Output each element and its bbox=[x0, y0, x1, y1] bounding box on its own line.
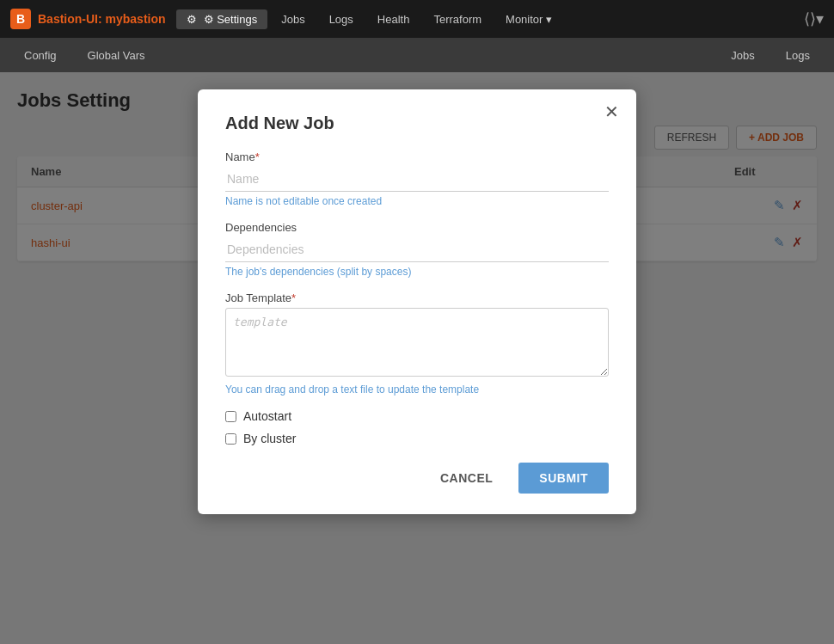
add-job-modal: ✕ Add New Job Name* Name is not editable… bbox=[198, 89, 636, 514]
nav-item-monitor[interactable]: Monitor ▾ bbox=[495, 9, 562, 29]
submit-button[interactable]: SUBMIT bbox=[518, 463, 609, 494]
nav-item-settings[interactable]: ⚙ ⚙ Settings bbox=[176, 9, 268, 29]
nav-item-logs[interactable]: Logs bbox=[319, 9, 364, 29]
nav-item-health[interactable]: Health bbox=[367, 9, 420, 29]
autostart-checkbox-group: Autostart bbox=[225, 409, 609, 423]
job-template-label: Job Template* bbox=[225, 291, 609, 304]
by-cluster-checkbox-group: By cluster bbox=[225, 432, 609, 445]
job-template-field-group: Job Template* You can drag and drop a te… bbox=[225, 291, 609, 396]
by-cluster-label: By cluster bbox=[243, 432, 296, 445]
modal-footer: CANCEL SUBMIT bbox=[225, 463, 609, 494]
gear-icon: ⚙ bbox=[187, 13, 197, 26]
name-field-group: Name* Name is not editable once created bbox=[225, 150, 609, 207]
subnav-logs[interactable]: Logs bbox=[779, 46, 817, 65]
modal-close-button[interactable]: ✕ bbox=[604, 103, 619, 120]
cancel-button[interactable]: CANCEL bbox=[423, 463, 510, 494]
subnav-global-vars[interactable]: Global Vars bbox=[81, 46, 152, 65]
job-template-textarea[interactable] bbox=[225, 308, 609, 377]
subnav-config[interactable]: Config bbox=[17, 46, 64, 65]
nav-right: ⟨⟩▾ bbox=[804, 9, 824, 28]
autostart-checkbox[interactable] bbox=[225, 411, 236, 422]
nav-item-jobs[interactable]: Jobs bbox=[271, 9, 315, 29]
name-hint: Name is not editable once created bbox=[225, 195, 609, 207]
subnav-jobs[interactable]: Jobs bbox=[724, 46, 761, 65]
brand-name: Bastion-UI: mybastion bbox=[38, 12, 166, 26]
sub-navigation: Config Global Vars Jobs Logs bbox=[0, 38, 834, 72]
autostart-label: Autostart bbox=[243, 409, 291, 423]
app-logo: B bbox=[10, 9, 31, 29]
dependencies-input[interactable] bbox=[225, 237, 609, 262]
dependencies-hint: The job's dependencies (split by spaces) bbox=[225, 266, 609, 278]
template-hint: You can drag and drop a text file to upd… bbox=[225, 383, 609, 396]
modal-title: Add New Job bbox=[225, 113, 609, 133]
dependencies-label: Dependencies bbox=[225, 221, 609, 234]
nav-arrows-icon: ⟨⟩▾ bbox=[804, 9, 824, 28]
dependencies-field-group: Dependencies The job's dependencies (spl… bbox=[225, 221, 609, 278]
top-navigation: B Bastion-UI: mybastion ⚙ ⚙ Settings Job… bbox=[0, 0, 834, 38]
main-content: Jobs Setting REFRESH + ADD JOB Name Auto… bbox=[0, 72, 834, 644]
modal-overlay: ✕ Add New Job Name* Name is not editable… bbox=[0, 72, 834, 644]
name-label: Name* bbox=[225, 150, 609, 163]
by-cluster-checkbox[interactable] bbox=[225, 433, 236, 445]
nav-item-terraform[interactable]: Terraform bbox=[423, 9, 492, 29]
name-input[interactable] bbox=[225, 167, 609, 192]
